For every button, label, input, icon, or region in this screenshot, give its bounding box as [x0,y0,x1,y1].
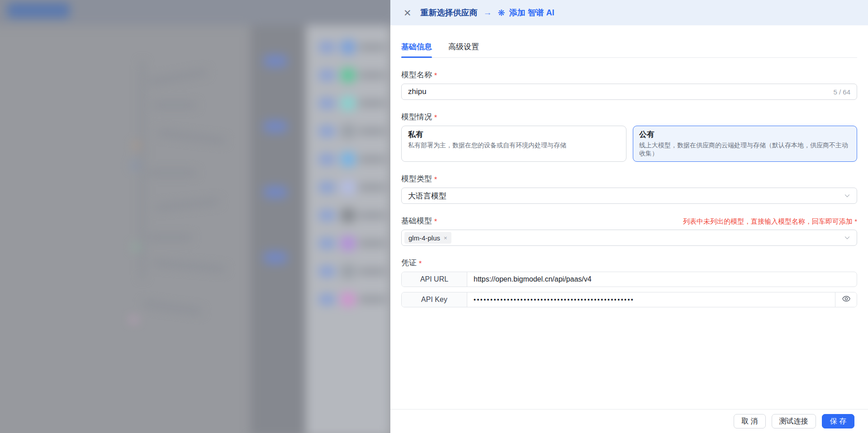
model-tag: glm-4-plus × [404,232,451,244]
background-provider-textbar [358,156,386,162]
background-tree-dot [130,317,138,322]
api-url-key: API URL [402,272,467,287]
scope-card-private[interactable]: 私有 私有部署为主，数据在您的设备或自有环境内处理与存储 [401,126,626,162]
background-provider-pill [318,70,336,81]
char-counter: 5 / 64 [833,88,850,96]
background-provider-row [306,124,390,139]
background-provider-icon [341,208,355,222]
background-tree-dot [133,143,140,148]
model-name-input-wrap: 5 / 64 [401,84,857,100]
model-type-select[interactable]: 大语言模型 [401,188,857,204]
scope-card-public[interactable]: 公有 线上大模型，数据在供应商的云端处理与存储（默认存本地，供应商不主动收集） [633,126,858,162]
toggle-visibility-button[interactable] [835,292,857,307]
drawer-body: 基础信息 高级设置 模型名称 * 5 / 64 模型情况 * 私有 私有部署为主… [390,25,868,409]
background-provider-textbar [358,212,386,218]
background-provider-textbar [358,100,386,106]
reselect-provider-link[interactable]: 重新选择供应商 [421,7,478,18]
tab-basic-info[interactable]: 基础信息 [401,42,432,57]
api-url-value[interactable]: https://open.bigmodel.cn/api/paas/v4 [467,272,857,287]
model-scope-label-text: 模型情况 [401,112,432,122]
model-tag-text: glm-4-plus [408,234,440,242]
scope-card-description: 线上大模型，数据在供应商的云端处理与存储（默认存本地，供应商不主动收集） [639,141,851,158]
drawer-title: 添加 智谱 AI [509,7,555,18]
background-tree-branch [153,103,196,107]
background-provider-pill [318,42,336,53]
background-provider-icon [341,96,355,110]
background-provider-row [306,236,390,251]
background-provider-textbar [358,184,386,190]
background-provider-row [306,152,390,167]
model-name-input[interactable] [408,87,829,96]
background-provider-pill [318,182,336,193]
scope-card-title: 私有 [408,129,620,140]
drawer-footer: 取 消 测试连接 保 存 [390,409,868,433]
required-asterisk: * [434,176,437,184]
background-provider-textbar [358,44,386,50]
required-asterisk: * [419,260,422,268]
background-tree-dot [131,163,138,168]
background-provider-icon [341,236,355,250]
add-model-drawer: ✕ 重新选择供应商 → ❋ 添加 智谱 AI 基础信息 高级设置 模型名称 * … [390,0,868,433]
drawer-header: ✕ 重新选择供应商 → ❋ 添加 智谱 AI [390,0,868,25]
model-name-label: 模型名称 * [401,70,857,80]
tab-bar: 基础信息 高级设置 [401,42,857,58]
background-tree-dot [132,245,140,249]
background-provider-icon [341,292,355,306]
background-provider-pill [318,154,336,165]
base-model-hint: 列表中未列出的模型，直接输入模型名称，回车即可添加 * [683,217,857,226]
background-provider-row [306,96,390,111]
tab-advanced-settings[interactable]: 高级设置 [448,42,479,57]
background-provider-list [306,25,390,433]
background-tree-branch [143,301,202,314]
background-panel-button [263,120,288,133]
background-provider-pill [318,266,336,277]
model-type-label: 模型类型 * [401,174,857,184]
eye-icon [842,294,851,305]
background-provider-textbar [358,297,386,302]
chevron-down-icon [844,235,850,241]
background-provider-row [306,68,390,83]
test-connection-button[interactable]: 测试连接 [772,414,816,428]
save-button[interactable]: 保 存 [822,414,854,428]
close-icon[interactable]: ✕ [403,8,412,18]
background-provider-pill [318,238,336,249]
background-provider-icon [341,68,355,82]
base-model-multiselect[interactable]: glm-4-plus × [401,230,857,246]
background-tree-branch [148,171,196,175]
model-scope-label: 模型情况 * [401,112,857,122]
background-provider-row [306,208,390,223]
zhipu-logo-icon: ❋ [498,9,505,17]
chevron-down-icon [844,193,850,199]
api-key-value[interactable]: ••••••••••••••••••••••••••••••••••••••••… [467,292,835,307]
credentials-label: 凭证 * [401,258,857,268]
background-provider-pill [318,98,336,109]
background-provider-icon [341,180,355,194]
cancel-button[interactable]: 取 消 [734,414,765,428]
required-asterisk: * [434,72,437,80]
background-panel-button [263,186,288,198]
background-provider-row [306,264,390,279]
background-panel-button [263,55,288,67]
background-provider-textbar [358,72,386,78]
background-tree-branch [157,131,225,143]
background-provider-icon [341,152,355,166]
remove-tag-icon[interactable]: × [444,235,447,241]
background-provider-pill [318,210,336,221]
background-provider-pill [318,294,336,305]
base-model-label-text: 基础模型 [401,216,432,226]
api-key-key: API Key [402,292,467,307]
background-provider-textbar [358,128,386,134]
base-model-label: 基础模型 * 列表中未列出的模型，直接输入模型名称，回车即可添加 * [401,216,857,226]
model-type-value: 大语言模型 [408,191,446,201]
background-provider-pill [318,126,336,137]
required-asterisk: * [434,114,437,122]
model-name-label-text: 模型名称 [401,70,432,80]
model-type-label-text: 模型类型 [401,174,432,184]
background-tree-branch [156,199,219,210]
api-key-row: API Key ••••••••••••••••••••••••••••••••… [401,292,857,307]
breadcrumb-arrow-icon: → [484,8,492,18]
api-url-row: API URL https://open.bigmodel.cn/api/paa… [401,272,857,287]
background-primary-button [7,3,70,18]
background-outline-tree [141,61,144,278]
background-provider-icon [341,124,355,138]
